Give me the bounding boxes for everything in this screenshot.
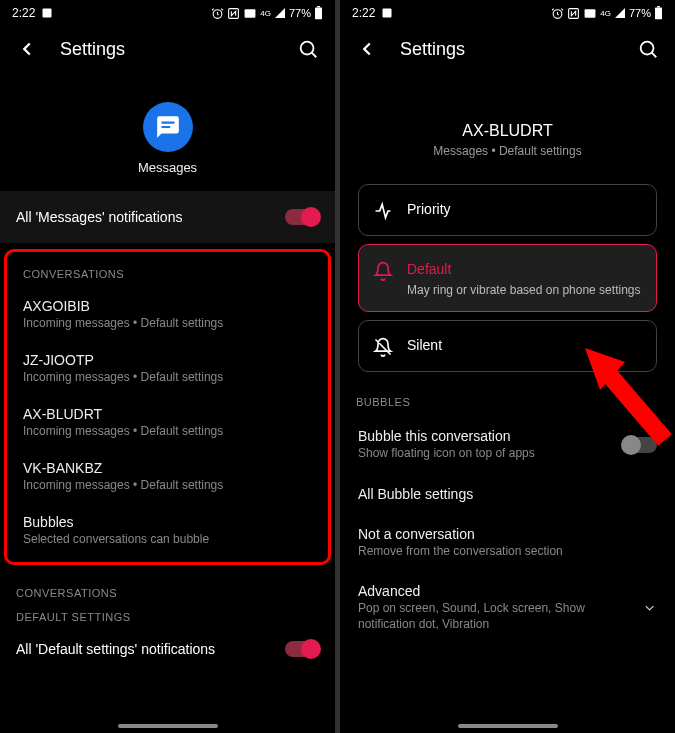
svg-rect-0 bbox=[43, 9, 52, 18]
battery-pct: 77% bbox=[289, 7, 311, 19]
page-title: Settings bbox=[400, 39, 615, 60]
priority-option[interactable]: Priority bbox=[358, 184, 657, 236]
svg-rect-7 bbox=[383, 9, 392, 18]
gesture-bar bbox=[118, 724, 218, 728]
conversation-item[interactable]: VK-BANKBZ Incoming messages • Default se… bbox=[7, 450, 328, 504]
bell-icon bbox=[373, 261, 393, 281]
svg-rect-11 bbox=[655, 7, 662, 19]
back-icon[interactable] bbox=[356, 38, 378, 60]
svg-rect-12 bbox=[657, 6, 660, 7]
svg-rect-3 bbox=[245, 9, 256, 18]
svg-rect-10 bbox=[585, 9, 596, 18]
highlight-box: CONVERSATIONS AXGOIBIB Incoming messages… bbox=[4, 249, 331, 565]
section-conversations: CONVERSATIONS bbox=[7, 252, 328, 288]
default-option[interactable]: Default May ring or vibrate based on pho… bbox=[358, 244, 657, 312]
bell-off-icon bbox=[373, 337, 393, 357]
bubble-this-label: Bubble this conversation bbox=[358, 428, 535, 444]
advanced-row[interactable]: Advanced Pop on screen, Sound, Lock scre… bbox=[340, 571, 675, 644]
conversation-sub: Messages • Default settings bbox=[340, 144, 675, 158]
header: Settings bbox=[0, 24, 335, 74]
bubble-this-row[interactable]: Bubble this conversation Show floating i… bbox=[340, 416, 675, 474]
svg-point-13 bbox=[641, 42, 654, 55]
search-icon[interactable] bbox=[637, 38, 659, 60]
all-default-toggle-row[interactable]: All 'Default settings' notifications bbox=[0, 631, 335, 657]
svg-point-6 bbox=[301, 42, 314, 55]
signal-type: 4G bbox=[260, 9, 271, 18]
nfc-icon bbox=[567, 7, 580, 20]
toggle-switch[interactable] bbox=[623, 437, 657, 453]
all-messages-toggle-row[interactable]: All 'Messages' notifications bbox=[0, 191, 335, 243]
all-bubble-label: All Bubble settings bbox=[358, 486, 657, 502]
silent-label: Silent bbox=[407, 337, 442, 353]
chevron-down-icon bbox=[642, 598, 657, 618]
screenshot-icon bbox=[41, 7, 53, 19]
bubbles-item[interactable]: Bubbles Selected conversations can bubbl… bbox=[7, 504, 328, 558]
status-bar: 2:22 4G 77% bbox=[0, 0, 335, 24]
conversation-header: AX-BLUDRT Messages • Default settings bbox=[340, 74, 675, 176]
conversation-item[interactable]: AX-BLUDRT Incoming messages • Default se… bbox=[7, 396, 328, 450]
silent-option[interactable]: Silent bbox=[358, 320, 657, 372]
default-sub: May ring or vibrate based on phone setti… bbox=[407, 283, 640, 297]
battery-icon bbox=[654, 6, 663, 20]
alarm-icon bbox=[211, 7, 224, 20]
signal-icon bbox=[274, 7, 286, 19]
conversation-item[interactable]: JZ-JIOOTP Incoming messages • Default se… bbox=[7, 342, 328, 396]
signal-type: 4G bbox=[600, 9, 611, 18]
toggle-switch[interactable] bbox=[285, 209, 319, 225]
page-title: Settings bbox=[60, 39, 275, 60]
advanced-sub: Pop on screen, Sound, Lock screen, Show … bbox=[358, 601, 632, 632]
section-default-settings: DEFAULT SETTINGS bbox=[0, 607, 335, 631]
header: Settings bbox=[340, 24, 675, 74]
bubble-this-sub: Show floating icon on top of apps bbox=[358, 446, 535, 462]
battery-icon bbox=[314, 6, 323, 20]
search-icon[interactable] bbox=[297, 38, 319, 60]
left-screenshot: 2:22 4G 77% Settings Messages All 'Messa… bbox=[0, 0, 335, 733]
battery-pct: 77% bbox=[629, 7, 651, 19]
svg-rect-4 bbox=[315, 7, 322, 19]
status-time: 2:22 bbox=[352, 6, 375, 20]
all-messages-label: All 'Messages' notifications bbox=[16, 209, 182, 225]
data-icon bbox=[583, 7, 597, 20]
conversation-item[interactable]: AXGOIBIB Incoming messages • Default set… bbox=[7, 288, 328, 342]
app-header: Messages bbox=[0, 74, 335, 191]
app-name: Messages bbox=[138, 160, 197, 175]
all-bubble-row[interactable]: All Bubble settings bbox=[340, 474, 675, 514]
conversation-name: AX-BLUDRT bbox=[340, 122, 675, 140]
toggle-switch[interactable] bbox=[285, 641, 319, 657]
section-conversations-2: CONVERSATIONS bbox=[0, 571, 335, 607]
not-conv-sub: Remove from the conversation section bbox=[358, 544, 657, 560]
right-screenshot: 2:22 4G 77% Settings AX-BLUDRT Messages … bbox=[340, 0, 675, 733]
back-icon[interactable] bbox=[16, 38, 38, 60]
section-bubbles: BUBBLES bbox=[340, 380, 675, 416]
default-label: Default bbox=[407, 261, 640, 277]
messages-app-icon bbox=[143, 102, 193, 152]
svg-rect-5 bbox=[317, 6, 320, 7]
signal-icon bbox=[614, 7, 626, 19]
gesture-bar bbox=[458, 724, 558, 728]
data-icon bbox=[243, 7, 257, 20]
not-conv-label: Not a conversation bbox=[358, 526, 657, 542]
not-conversation-row[interactable]: Not a conversation Remove from the conve… bbox=[340, 514, 675, 572]
priority-icon bbox=[373, 201, 393, 221]
priority-label: Priority bbox=[407, 201, 451, 217]
status-bar: 2:22 4G 77% bbox=[340, 0, 675, 24]
nfc-icon bbox=[227, 7, 240, 20]
screenshot-icon bbox=[381, 7, 393, 19]
all-default-label: All 'Default settings' notifications bbox=[16, 641, 215, 657]
status-time: 2:22 bbox=[12, 6, 35, 20]
alarm-icon bbox=[551, 7, 564, 20]
advanced-label: Advanced bbox=[358, 583, 632, 599]
